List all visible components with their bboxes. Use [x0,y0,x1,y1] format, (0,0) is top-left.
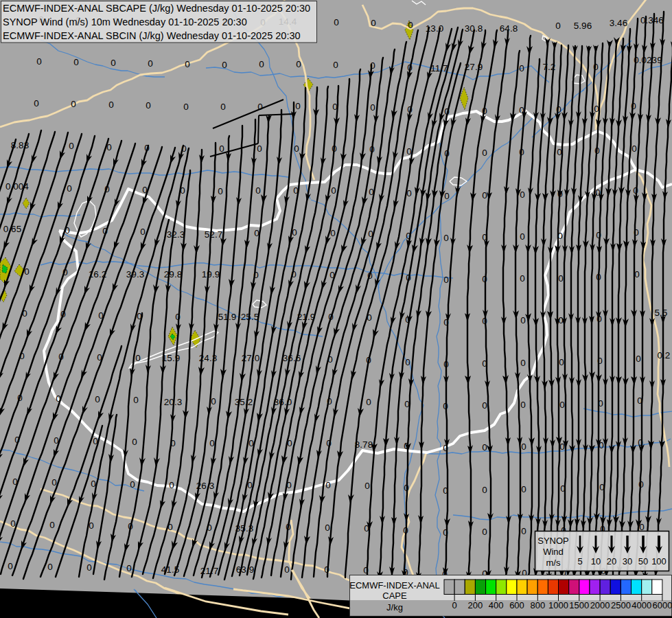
svg-text:0: 0 [137,311,142,321]
svg-text:0: 0 [111,58,116,68]
svg-text:0: 0 [363,565,369,575]
svg-text:0: 0 [102,226,108,236]
svg-text:800: 800 [530,600,545,610]
svg-text:0: 0 [520,273,525,284]
svg-text:0: 0 [482,232,487,242]
svg-text:Wind: Wind [543,547,564,557]
svg-text:0: 0 [220,102,226,112]
svg-text:0: 0 [407,104,413,115]
svg-text:0: 0 [295,101,301,111]
svg-text:0: 0 [560,483,566,494]
svg-text:0.346: 0.346 [640,15,664,25]
svg-text:41.5: 41.5 [161,564,179,575]
svg-text:0: 0 [595,187,601,198]
svg-text:0: 0 [130,479,135,490]
svg-text:0: 0 [333,60,338,70]
svg-text:0: 0 [104,184,110,194]
svg-text:0: 0 [284,564,290,575]
svg-text:J/kg: J/kg [386,602,403,613]
svg-text:0: 0 [594,146,600,156]
svg-text:0: 0 [169,480,174,490]
svg-text:0: 0 [597,356,603,366]
svg-text:0: 0 [482,485,487,495]
svg-text:11.7: 11.7 [430,63,448,73]
svg-text:0: 0 [444,191,450,201]
svg-text:1500: 1500 [569,600,589,610]
svg-text:ECMWF-INDEX-ANAL SBCIN (J/kg): ECMWF-INDEX-ANAL SBCIN (J/kg) Wednesday … [3,30,301,41]
svg-text:0: 0 [89,520,94,531]
svg-text:0: 0 [558,273,564,284]
svg-text:21.9: 21.9 [297,312,315,322]
svg-text:0: 0 [51,477,57,488]
svg-text:0: 0 [404,399,410,409]
svg-text:0: 0 [98,310,104,321]
svg-text:0: 0 [406,146,412,157]
svg-text:0: 0 [555,21,561,31]
svg-text:36.0: 36.0 [274,397,292,407]
svg-text:0: 0 [520,190,525,200]
svg-text:0: 0 [556,104,561,115]
svg-text:35.3: 35.3 [235,523,253,534]
svg-text:0: 0 [452,600,456,610]
svg-text:5.96: 5.96 [574,21,592,31]
svg-text:0: 0 [633,185,638,196]
svg-text:15.9: 15.9 [162,353,180,363]
svg-text:0: 0 [636,354,641,364]
svg-text:0: 0 [634,269,640,279]
svg-text:0: 0 [443,443,448,453]
svg-text:5.5: 5.5 [655,308,668,318]
svg-text:0: 0 [69,141,74,151]
svg-text:0: 0 [370,102,375,113]
svg-text:0: 0 [520,315,526,325]
svg-text:0: 0 [599,440,604,450]
svg-text:0: 0 [443,527,448,538]
svg-text:2500: 2500 [611,600,631,610]
svg-text:0: 0 [135,353,141,363]
svg-text:0: 0 [443,401,448,411]
svg-text:ECMWF-INDEX-ANAL: ECMWF-INDEX-ANAL [349,580,439,591]
svg-text:0: 0 [444,148,450,159]
svg-text:32.3: 32.3 [167,229,185,240]
svg-text:0: 0 [521,484,526,494]
svg-text:20.3: 20.3 [164,397,182,407]
svg-text:0: 0 [594,104,599,114]
svg-text:0: 0 [296,59,301,69]
svg-text:0.0239: 0.0239 [634,55,662,65]
svg-text:7.2: 7.2 [543,62,556,72]
svg-text:0: 0 [364,481,370,491]
svg-text:0: 0 [444,106,450,117]
svg-text:0: 0 [327,354,333,365]
svg-text:400: 400 [489,600,504,610]
svg-text:0: 0 [482,527,487,537]
svg-text:0: 0 [407,62,413,73]
svg-text:0: 0 [73,57,79,67]
svg-text:0: 0 [366,397,371,407]
svg-text:0: 0 [558,315,564,325]
svg-text:0: 0 [593,62,599,72]
svg-text:0: 0 [405,314,410,325]
svg-text:0: 0 [140,227,146,237]
svg-text:0: 0 [255,185,261,196]
svg-text:0: 0 [634,227,639,238]
svg-text:13.0: 13.0 [426,23,443,34]
svg-text:0: 0 [404,441,409,451]
svg-text:100: 100 [651,556,667,566]
svg-text:0: 0 [106,142,112,152]
svg-text:0: 0 [325,480,331,490]
svg-text:0: 0 [369,144,375,154]
svg-text:0: 0 [132,437,137,447]
svg-text:0: 0 [332,102,338,112]
svg-text:0: 0 [482,106,487,116]
svg-text:0: 0 [332,144,337,154]
svg-text:0: 0 [253,270,259,280]
svg-text:0: 0 [254,228,259,238]
svg-text:16.2: 16.2 [89,269,106,279]
svg-text:0: 0 [326,438,332,448]
svg-text:0: 0 [218,186,223,196]
svg-text:0: 0 [367,312,372,323]
svg-text:0: 0 [294,144,299,154]
svg-text:0: 0 [211,396,216,407]
svg-text:0: 0 [557,189,563,199]
svg-text:36.6: 36.6 [283,353,301,363]
svg-text:0: 0 [60,309,66,319]
